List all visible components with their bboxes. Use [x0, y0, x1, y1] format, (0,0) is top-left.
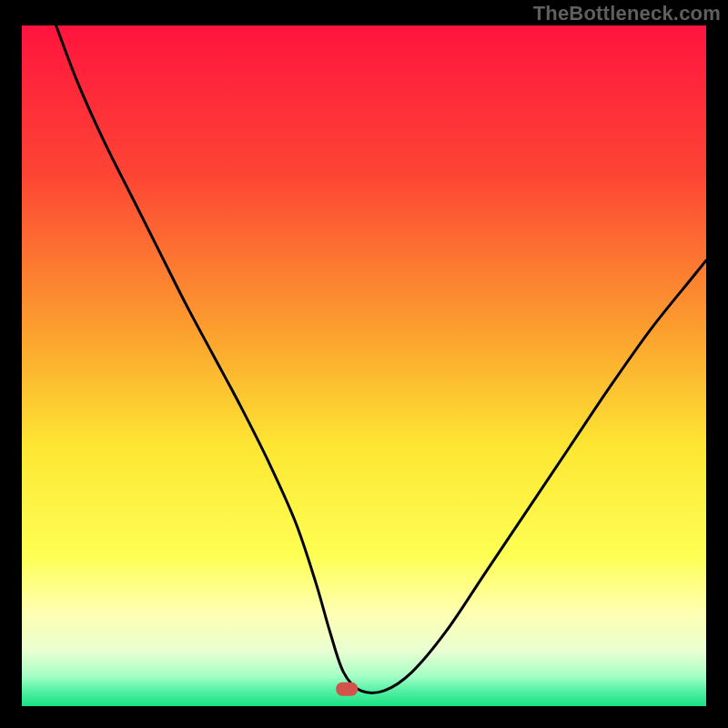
bottleneck-chart [22, 25, 706, 706]
optimal-marker [336, 682, 358, 696]
attribution-label: TheBottleneck.com [533, 2, 721, 25]
chart-frame: TheBottleneck.com [0, 0, 728, 728]
plot-area [22, 25, 706, 706]
gradient-background [22, 25, 706, 706]
